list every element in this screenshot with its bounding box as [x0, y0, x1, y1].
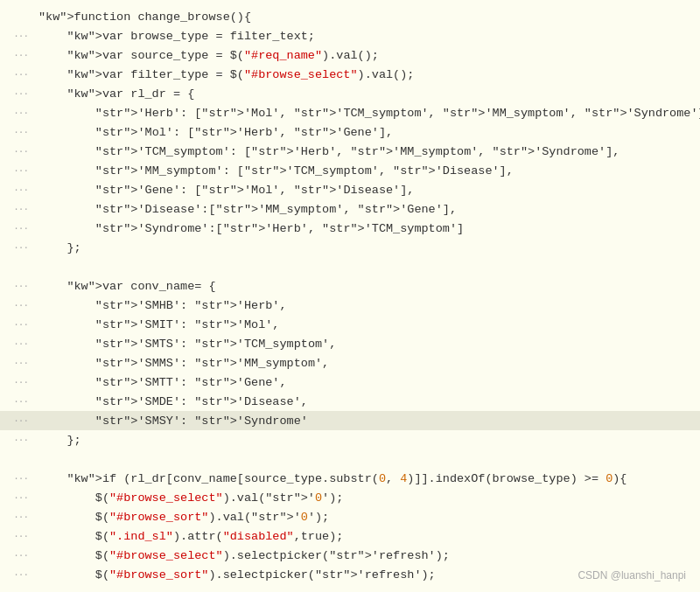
line-text: "str">'Syndrome':["str">'Herb', "str">'T…	[35, 222, 700, 235]
code-line	[0, 257, 700, 276]
line-dots: ···	[0, 50, 35, 60]
line-dots: ···	[0, 185, 35, 195]
code-line	[0, 449, 700, 469]
code-line: ··· $("#browse_select").selectpicker("st…	[0, 546, 700, 565]
line-dots: ···	[0, 223, 35, 233]
line-dots: ···	[0, 31, 35, 41]
code-line: ··· "str">'SMSY': "str">'Syndrome'	[0, 411, 700, 430]
code-line: ··· "str">'SMHB': "str">'Herb',	[0, 296, 700, 315]
line-dots: ···	[0, 358, 35, 368]
line-text: };	[35, 241, 700, 254]
line-text: $(".ind_sl").attr("disabled",true);	[35, 530, 700, 543]
code-line: ··· "str">'SMIT': "str">'Mol',	[0, 315, 700, 334]
line-dots: ···	[0, 415, 35, 426]
code-line: ··· "str">'TCM_symptom': ["str">'Herb', …	[0, 142, 700, 161]
code-line: ··· "kw">var filter_type = $("#browse_se…	[0, 65, 700, 84]
line-text: "kw">function change_browse(){	[35, 10, 700, 24]
line-text: "str">'Gene': ["str">'Mol', "str">'Disea…	[35, 184, 700, 197]
code-line: ··· "str">'MM_symptom': ["str">'TCM_symp…	[0, 161, 700, 180]
code-line: ··· "kw">var rl_dr = {	[0, 84, 700, 103]
code-line: ··· $(".ind_sl").attr("disabled",true);	[0, 526, 700, 546]
line-dots: ···	[0, 242, 35, 253]
line-dots: ···	[0, 204, 35, 214]
line-text: "str">'Disease':["str">'MM_symptom', "st…	[35, 203, 700, 216]
line-dots: ···	[0, 492, 35, 503]
line-text: "str">'SMMS': "str">'MM_symptom',	[35, 357, 700, 370]
line-dots: ···	[0, 108, 35, 118]
line-dots: ···	[0, 473, 35, 484]
line-text: "kw">var source_type = $("#req_name").va…	[35, 49, 700, 62]
line-text: "str">'SMHB': "str">'Herb',	[35, 299, 700, 312]
line-dots: ···	[0, 88, 35, 99]
code-line: ··· "kw">var browse_type = filter_text;	[0, 26, 700, 45]
code-line: ··· "str">'Herb': ["str">'Mol', "str">'T…	[0, 103, 700, 122]
watermark: CSDN @luanshi_hanpi	[578, 569, 686, 582]
line-text: "str">'MM_symptom': ["str">'TCM_symptom'…	[35, 164, 700, 178]
line-text: "kw">var filter_type = $("#browse_select…	[35, 68, 700, 81]
code-line: ··· "str">'Mol': ["str">'Herb', "str">'G…	[0, 122, 700, 142]
code-line: ··· };	[0, 238, 700, 257]
line-dots: ···	[0, 69, 35, 80]
line-text: "str">'Mol': ["str">'Herb', "str">'Gene'…	[35, 126, 700, 139]
line-text: "str">'TCM_symptom': ["str">'Herb', "str…	[35, 145, 700, 158]
line-text: "str">'Herb': ["str">'Mol', "str">'TCM_s…	[35, 107, 700, 120]
line-text: };	[35, 434, 700, 447]
line-dots: ···	[0, 338, 35, 349]
code-line: ··· "str">'Gene': ["str">'Mol', "str">'D…	[0, 180, 700, 199]
code-line: ··· };	[0, 430, 700, 449]
line-text: "str">'SMSY': "str">'Syndrome'	[35, 414, 700, 428]
code-line: ··· "kw">var conv_name= {	[0, 276, 700, 296]
line-text: $("#browse_select").selectpicker("str">'…	[35, 549, 700, 562]
code-line: ··· $("#browse_select").val("str">'0');	[0, 488, 700, 507]
line-dots: ···	[0, 569, 35, 580]
line-text: "kw">if (rl_dr[conv_name[source_type.sub…	[35, 472, 700, 485]
code-editor: "kw">function change_browse(){··· "kw">v…	[0, 0, 700, 592]
code-line: ··· "str">'Syndrome':["str">'Herb', "str…	[0, 219, 700, 238]
code-line: ··· "str">'SMTS': "str">'TCM_symptom',	[0, 334, 700, 353]
line-dots: ···	[0, 146, 35, 157]
line-dots: ···	[0, 512, 35, 522]
line-text: "kw">var browse_type = filter_text;	[35, 30, 700, 43]
line-dots: ···	[0, 127, 35, 137]
code-line: ··· $("#browse_sort").val("str">'0');	[0, 507, 700, 526]
line-dots: ···	[0, 165, 35, 176]
code-line: ··· "kw">var source_type = $("#req_name"…	[0, 45, 700, 65]
code-line: ··· "str">'SMTT': "str">'Gene',	[0, 373, 700, 392]
code-line: ··· "str">'SMMS': "str">'MM_symptom',	[0, 353, 700, 373]
line-dots: ···	[0, 435, 35, 445]
line-dots: ···	[0, 550, 35, 561]
line-text: "str">'SMIT': "str">'Mol',	[35, 318, 700, 331]
code-line: ··· "kw">if (rl_dr[conv_name[source_type…	[0, 469, 700, 488]
line-dots: ···	[0, 300, 35, 310]
line-text: "kw">var conv_name= {	[35, 280, 700, 293]
line-text: $("#browse_select").val("str">'0');	[35, 491, 700, 505]
code-line: ··· "str">'SMDE': "str">'Disease',	[0, 392, 700, 411]
line-dots: ···	[0, 281, 35, 291]
line-dots: ···	[0, 319, 35, 330]
line-text: "kw">var rl_dr = {	[35, 87, 700, 101]
line-text: "str">'SMTS': "str">'TCM_symptom',	[35, 338, 700, 351]
line-text: "str">'SMDE': "str">'Disease',	[35, 395, 700, 408]
line-text: $("#browse_sort").val("str">'0');	[35, 511, 700, 524]
line-text: "str">'SMTT': "str">'Gene',	[35, 376, 700, 389]
line-dots: ···	[0, 531, 35, 541]
line-dots: ···	[0, 377, 35, 387]
code-line: ··· "str">'Disease':["str">'MM_symptom',…	[0, 199, 700, 219]
line-dots: ···	[0, 396, 35, 407]
code-line: "kw">function change_browse(){	[0, 7, 700, 26]
